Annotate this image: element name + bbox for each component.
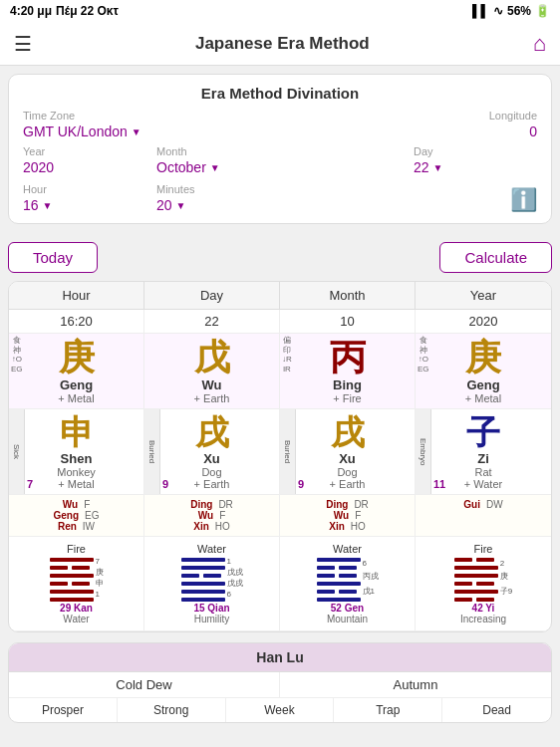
stem-day-kanji: 戊 bbox=[194, 340, 230, 375]
header-year: Year bbox=[416, 282, 551, 309]
hex-hour-element: Fire bbox=[67, 543, 86, 555]
han-lu-terms-row: Prosper Strong Week Trap Dead bbox=[9, 698, 551, 722]
hex-month-labels: 6丙戌戊1 bbox=[363, 557, 379, 599]
month-select[interactable]: October ▼ bbox=[156, 159, 404, 175]
hex-hour-labels: 7庚申1 bbox=[96, 557, 104, 599]
branch-month-number: 9 bbox=[298, 478, 304, 490]
stem-day: 戊 Wu + Earth bbox=[144, 334, 280, 408]
nav-bar: ☰ Japanese Era Method ⌂ bbox=[0, 22, 560, 66]
minutes-value: 20 bbox=[156, 197, 172, 213]
stem-month-element: + Fire bbox=[333, 392, 361, 404]
branch-year-animal: Rat bbox=[474, 466, 491, 478]
today-button[interactable]: Today bbox=[8, 242, 98, 273]
branches-row: Sick 7 申 Shen Monkey + Metal Buried 9 戌 … bbox=[9, 409, 551, 495]
month-label: Month bbox=[156, 145, 404, 157]
day-dropdown-arrow: ▼ bbox=[433, 162, 443, 173]
month-group: Month October ▼ bbox=[156, 145, 404, 175]
branch-day-kanji: 戌 bbox=[195, 415, 229, 449]
timezone-select[interactable]: GMT UK/London ▼ bbox=[23, 124, 366, 139]
branch-year-element: + Water bbox=[464, 478, 502, 490]
stem-day-element: + Earth bbox=[194, 392, 230, 404]
hex-hour: Fire 7庚申1 29 Kan Water bbox=[9, 537, 144, 630]
stem-hour-kanji: 庚 bbox=[59, 340, 95, 375]
branch-month: Buried 9 戌 Xu Dog + Earth bbox=[280, 409, 416, 494]
number-day: 22 bbox=[144, 310, 280, 333]
branch-month-element: + Earth bbox=[330, 478, 366, 490]
branch-month-tag: Buried bbox=[280, 409, 296, 494]
hex-month-type: Mountain bbox=[327, 614, 368, 624]
hidden-day: DingDR WuF XinHO bbox=[144, 495, 280, 536]
status-bar: 4:20 μμ Πέμ 22 Οκτ ▌▌ ∿ 56% 🔋 bbox=[0, 0, 560, 22]
era-panel: Era Method Divination Time Zone GMT UK/L… bbox=[8, 74, 552, 224]
timezone-value: GMT UK/London bbox=[23, 124, 128, 139]
stem-hour-element: + Metal bbox=[58, 392, 94, 404]
hex-month-element: Water bbox=[333, 543, 362, 555]
hour-select[interactable]: 16 ▼ bbox=[23, 197, 146, 213]
stem-year-name: Geng bbox=[466, 377, 499, 392]
hex-month-number: 52 Gen bbox=[331, 603, 364, 614]
hidden-year: GuiDW bbox=[416, 495, 551, 536]
branch-year: Embryo 11 子 Zi Rat + Water bbox=[416, 409, 551, 494]
hex-year: Fire 2庚子9 42 Yi Increasing bbox=[416, 537, 551, 630]
branch-year-number: 11 bbox=[433, 478, 445, 490]
number-hour: 16:20 bbox=[9, 310, 144, 333]
info-icon[interactable]: ℹ️ bbox=[510, 187, 537, 213]
branch-month-name: Xu bbox=[339, 451, 356, 466]
timezone-longitude-row: Time Zone GMT UK/London ▼ Longitude 0 bbox=[23, 110, 537, 139]
han-lu-left: Cold Dew bbox=[9, 672, 280, 697]
branch-day-element: + Earth bbox=[194, 478, 230, 490]
day-label: Day bbox=[414, 145, 537, 157]
han-lu-term-3: Trap bbox=[334, 698, 442, 722]
hex-day-element: Water bbox=[197, 543, 226, 555]
timezone-group: Time Zone GMT UK/London ▼ bbox=[23, 110, 366, 139]
branch-hour-tag: Sick bbox=[9, 409, 25, 494]
home-icon[interactable]: ⌂ bbox=[533, 31, 546, 57]
hour-minutes-row: Hour 16 ▼ Minutes 20 ▼ ℹ️ bbox=[23, 179, 537, 213]
wifi-icon: ∿ bbox=[493, 4, 503, 18]
number-month: 10 bbox=[280, 310, 416, 333]
minutes-select[interactable]: 20 ▼ bbox=[156, 197, 404, 213]
han-lu-panel: Han Lu Cold Dew Autumn Prosper Strong We… bbox=[8, 642, 552, 723]
branch-hour-name: Shen bbox=[61, 451, 93, 466]
month-value: October bbox=[156, 159, 206, 175]
stem-month: 偏印↓RIR 丙 Bing + Fire bbox=[280, 334, 416, 408]
branch-day-number: 9 bbox=[162, 478, 168, 490]
han-lu-labels-row: Cold Dew Autumn bbox=[9, 672, 551, 698]
hex-year-number: 42 Yi bbox=[472, 603, 495, 614]
stem-month-kanji: 丙 bbox=[330, 340, 366, 375]
stem-year-kanji: 庚 bbox=[465, 340, 501, 375]
era-panel-title: Era Method Divination bbox=[23, 85, 537, 102]
day-select[interactable]: 22 ▼ bbox=[414, 159, 537, 175]
han-lu-term-2: Week bbox=[226, 698, 335, 722]
month-dropdown-arrow: ▼ bbox=[210, 162, 220, 173]
han-lu-right: Autumn bbox=[280, 672, 551, 697]
branch-hour-number: 7 bbox=[27, 478, 33, 490]
battery-icon: 🔋 bbox=[535, 4, 550, 18]
year-value: 2020 bbox=[23, 159, 146, 175]
hex-day-number: 15 Qian bbox=[193, 603, 229, 614]
hex-year-labels: 2庚子9 bbox=[500, 557, 512, 599]
battery-status: 56% bbox=[507, 4, 531, 18]
longitude-value: 0 bbox=[529, 124, 537, 139]
menu-icon[interactable]: ☰ bbox=[14, 32, 32, 56]
main-content: Era Method Divination Time Zone GMT UK/L… bbox=[0, 66, 560, 731]
stem-hour-name: Geng bbox=[60, 377, 93, 392]
hour-dropdown-arrow: ▼ bbox=[43, 200, 53, 211]
stem-hour-side-label: 食神↑OEG bbox=[11, 336, 23, 374]
page-title: Japanese Era Method bbox=[195, 34, 370, 54]
hex-day-type: Humility bbox=[194, 614, 230, 624]
header-hour: Hour bbox=[9, 282, 144, 309]
header-day: Day bbox=[144, 282, 280, 309]
branch-day: Buried 9 戌 Xu Dog + Earth bbox=[144, 409, 280, 494]
day-value: 22 bbox=[414, 159, 429, 175]
hidden-hour: WuF GengEG RenIW bbox=[9, 495, 144, 536]
hexagram-row: Fire 7庚申1 29 Kan Water bbox=[9, 537, 551, 631]
branch-day-tag: Buried bbox=[144, 409, 160, 494]
branch-day-name: Xu bbox=[203, 451, 220, 466]
hex-year-element: Fire bbox=[474, 543, 493, 555]
hidden-stems-row: WuF GengEG RenIW DingDR WuF XinHO DingDR… bbox=[9, 495, 551, 537]
header-month: Month bbox=[280, 282, 416, 309]
hex-hour-number: 29 Kan bbox=[60, 603, 93, 614]
info-group: ℹ️ bbox=[414, 179, 537, 213]
calculate-button[interactable]: Calculate bbox=[439, 242, 552, 273]
